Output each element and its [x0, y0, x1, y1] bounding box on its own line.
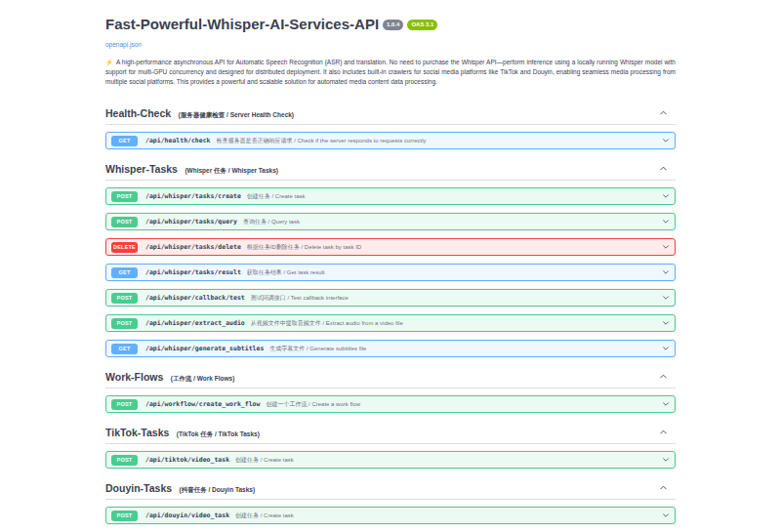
section-header[interactable]: TikTok-Tasks (TikTok 任务 / TikTok Tasks) [105, 421, 676, 444]
endpoint-list: POST /api/whisper/tasks/create 创建任务 / Cr… [105, 187, 676, 357]
endpoint-path: /api/douyin/video_task [145, 512, 229, 519]
endpoint-row[interactable]: DELETE /api/whisper/tasks/delete 根据任务ID删… [105, 238, 676, 256]
endpoint-row[interactable]: GET /api/whisper/tasks/result 获取任务结果 / G… [105, 264, 676, 281]
chevron-down-icon [662, 243, 670, 251]
section-subtitle: (Whisper 任务 / Whisper Tasks) [185, 167, 278, 174]
method-badge: POST [111, 191, 138, 202]
section-title: TikTok-Tasks [105, 427, 169, 438]
endpoint-summary: 获取任务结果 / Get task result [247, 268, 662, 277]
section-subtitle: (抖音任务 / Douyin Tasks) [180, 486, 256, 493]
endpoint-path: /api/workflow/create_work_flow [145, 400, 260, 408]
sections-container: Health-Check (服务器健康检查 / Server Health Ch… [105, 102, 676, 532]
endpoint-row[interactable]: POST /api/whisper/callback/test 测试回调接口 /… [105, 289, 676, 307]
section-title: Health-Check [105, 107, 171, 119]
endpoint-list: GET /api/health/check 检查服务器是否正确响应请求 / Ch… [105, 132, 676, 149]
endpoint-path: /api/health/check [145, 137, 211, 144]
section-title: Whisper-Tasks [105, 163, 178, 175]
api-info-block: Fast-Powerful-Whisper-AI-Services-API 1.… [105, 16, 676, 87]
chevron-down-icon [662, 268, 670, 276]
chevron-down-icon [662, 345, 670, 352]
chevron-up-icon [659, 164, 668, 173]
endpoint-list: POST /api/douyin/video_task 创建任务 / Creat… [105, 507, 676, 524]
chevron-up-icon [659, 483, 668, 492]
method-badge: GET [111, 267, 138, 278]
method-badge: POST [111, 318, 138, 329]
section-header-text: TikTok-Tasks (TikTok 任务 / TikTok Tasks) [105, 423, 260, 440]
section-header-text: Health-Check (服务器健康检查 / Server Health Ch… [105, 103, 294, 121]
method-badge: DELETE [111, 242, 138, 253]
endpoint-row[interactable]: POST /api/workflow/create_work_flow 创建一个… [105, 395, 676, 413]
endpoint-list: POST /api/tiktok/video_task 创建任务 / Creat… [105, 451, 676, 469]
api-description: ⚡ A high-performance asynchronous API fo… [105, 58, 676, 87]
endpoint-row[interactable]: GET /api/health/check 检查服务器是否正确响应请求 / Ch… [105, 132, 676, 149]
api-section: Whisper-Tasks (Whisper 任务 / Whisper Task… [105, 157, 676, 357]
chevron-up-icon [659, 428, 668, 436]
section-header[interactable]: Health-Check (服务器健康检查 / Server Health Ch… [105, 102, 676, 125]
endpoint-summary: 创建任务 / Create task [235, 512, 662, 520]
version-badge: 1.0.4 [383, 20, 403, 30]
method-badge: GET [111, 136, 138, 146]
endpoint-summary: 查询任务 / Query task [243, 218, 662, 226]
endpoint-summary: 测试回调接口 / Test callback interface [251, 294, 662, 303]
api-section: Work-Flows (工作流 / Work Flows) POST /api/… [105, 365, 676, 413]
section-header-text: Douyin-Tasks (抖音任务 / Douyin Tasks) [105, 478, 255, 496]
api-section: Health-Check (服务器健康检查 / Server Health Ch… [105, 102, 676, 149]
section-title: Douyin-Tasks [105, 482, 172, 494]
oas-badge: OAS 3.1 [407, 20, 437, 30]
swagger-ui-page: Fast-Powerful-Whisper-AI-Services-API 1.… [105, 0, 676, 532]
section-header[interactable]: Work-Flows (工作流 / Work Flows) [105, 365, 676, 389]
section-header-text: Whisper-Tasks (Whisper 任务 / Whisper Task… [105, 159, 278, 177]
chevron-down-icon [662, 400, 670, 408]
endpoint-row[interactable]: POST /api/douyin/video_task 创建任务 / Creat… [105, 507, 676, 524]
endpoint-path: /api/whisper/tasks/create [145, 192, 241, 200]
endpoint-row[interactable]: POST /api/whisper/tasks/create 创建任务 / Cr… [105, 187, 676, 205]
api-title-text: Fast-Powerful-Whisper-AI-Services-API [105, 16, 379, 33]
section-header[interactable]: Whisper-Tasks (Whisper 任务 / Whisper Task… [105, 157, 676, 181]
chevron-down-icon [662, 218, 670, 225]
method-badge: POST [111, 399, 138, 410]
endpoint-path: /api/whisper/tasks/result [145, 268, 241, 276]
endpoint-path: /api/whisper/callback/test [145, 294, 245, 302]
endpoint-summary: 根据任务ID删除任务 / Delete task by task ID [247, 243, 662, 252]
method-badge: POST [111, 511, 138, 521]
endpoint-path: /api/tiktok/video_task [145, 456, 229, 464]
method-badge: POST [111, 455, 138, 466]
endpoint-list: POST /api/workflow/create_work_flow 创建一个… [105, 395, 676, 413]
endpoint-path: /api/whisper/tasks/delete [145, 243, 241, 251]
section-subtitle: (服务器健康检查 / Server Health Check) [179, 111, 294, 118]
section-header-text: Work-Flows (工作流 / Work Flows) [105, 367, 234, 385]
endpoint-summary: 生成字幕文件 / Generate subtitles file [269, 345, 662, 353]
endpoint-summary: 创建任务 / Create task [247, 192, 662, 201]
chevron-down-icon [662, 512, 670, 519]
chevron-down-icon [662, 137, 670, 144]
endpoint-row[interactable]: POST /api/whisper/tasks/query 查询任务 / Que… [105, 213, 676, 230]
chevron-down-icon [662, 456, 670, 464]
section-subtitle: (工作流 / Work Flows) [171, 375, 235, 382]
endpoint-path: /api/whisper/extract_audio [145, 319, 245, 327]
endpoint-row[interactable]: GET /api/whisper/generate_subtitles 生成字幕… [105, 340, 676, 357]
endpoint-summary: 创建一个工作流 / Create a work flow [266, 400, 662, 409]
section-header[interactable]: Douyin-Tasks (抖音任务 / Douyin Tasks) [105, 476, 676, 500]
endpoint-summary: 检查服务器是否正确响应请求 / Check if the server resp… [217, 137, 662, 145]
section-title: Work-Flows [105, 371, 163, 383]
page-title: Fast-Powerful-Whisper-AI-Services-API 1.… [105, 16, 676, 33]
method-badge: GET [111, 344, 138, 354]
method-badge: POST [111, 217, 138, 227]
chevron-down-icon [662, 319, 670, 327]
method-badge: POST [111, 293, 138, 304]
endpoint-summary: 创建任务 / Create task [235, 456, 662, 465]
endpoint-row[interactable]: POST /api/tiktok/video_task 创建任务 / Creat… [105, 451, 676, 469]
endpoint-path: /api/whisper/generate_subtitles [145, 345, 264, 352]
chevron-down-icon [662, 192, 670, 200]
section-subtitle: (TikTok 任务 / TikTok Tasks) [177, 430, 260, 437]
chevron-down-icon [662, 294, 670, 302]
api-section: TikTok-Tasks (TikTok 任务 / TikTok Tasks) … [105, 421, 676, 469]
endpoint-path: /api/whisper/tasks/query [145, 218, 237, 225]
lightning-icon: ⚡ [105, 59, 113, 65]
endpoint-row[interactable]: POST /api/whisper/extract_audio 从视频文件中提取… [105, 314, 676, 332]
api-description-text: A high-performance asynchronous API for … [105, 59, 676, 85]
api-section: Douyin-Tasks (抖音任务 / Douyin Tasks) POST … [105, 476, 676, 524]
openapi-spec-link[interactable]: openapi.json [105, 41, 142, 48]
endpoint-summary: 从视频文件中提取音频文件 / Extract audio from a vide… [251, 319, 662, 328]
chevron-up-icon [659, 108, 668, 117]
